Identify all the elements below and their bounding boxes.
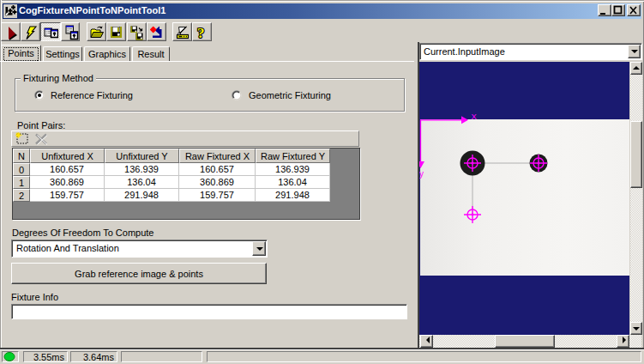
svg-text:y: y (419, 169, 424, 179)
svg-text:X: X (472, 112, 478, 121)
svg-text:?: ? (197, 25, 205, 40)
